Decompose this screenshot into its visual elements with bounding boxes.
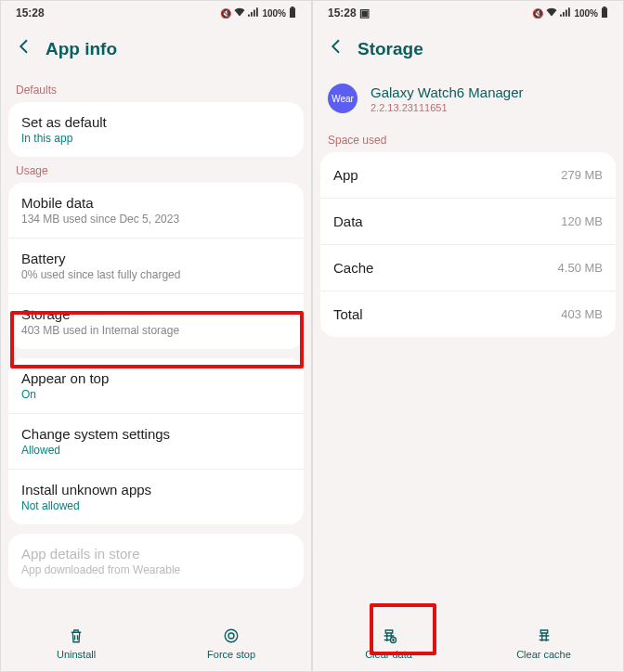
app-name: Galaxy Watch6 Manager (370, 84, 524, 100)
wifi-icon (234, 7, 245, 19)
signal-icon (248, 7, 259, 19)
row-total-size: Total 403 MB (320, 291, 616, 337)
bottom-bar: Clear data Clear cache (313, 615, 623, 671)
svg-point-1 (228, 633, 234, 639)
card-permissions: Appear on top On Change system settings … (8, 358, 304, 524)
battery-icon (601, 6, 608, 19)
app-row: Wear Galaxy Watch6 Manager 2.2.13.231116… (313, 76, 623, 126)
clear-data-icon (381, 627, 397, 646)
page-title: App info (46, 39, 117, 59)
row-mobile-data[interactable]: Mobile data 134 MB used since Dec 5, 202… (8, 183, 304, 238)
row-title: App details in store (21, 546, 291, 562)
clear-cache-button[interactable]: Clear cache (516, 627, 571, 660)
row-sub: Allowed (21, 444, 291, 457)
kv-label: Data (333, 213, 363, 229)
card-usage: Mobile data 134 MB used since Dec 5, 202… (8, 183, 304, 349)
status-time: 15:28 (16, 6, 45, 19)
uninstall-button[interactable]: Uninstall (57, 627, 96, 660)
row-title: Storage (21, 306, 291, 322)
status-time: 15:28 ▣ (328, 6, 370, 19)
screen-storage: 15:28 ▣ 🔇 100% Storage Wear Galaxy Watch… (312, 0, 624, 672)
svg-point-0 (225, 629, 238, 642)
status-icons: 🔇 100% (220, 6, 296, 19)
page-header: App info (1, 25, 311, 76)
row-title: Install unknown apps (21, 482, 291, 498)
bottom-label: Uninstall (57, 649, 96, 660)
mute-icon: 🔇 (220, 8, 231, 19)
page-title: Storage (358, 39, 423, 59)
row-sub: Not allowed (21, 499, 291, 512)
kv-value: 279 MB (561, 168, 603, 182)
bottom-bar: Uninstall Force stop (1, 615, 311, 671)
clear-data-button[interactable]: Clear data (365, 627, 412, 660)
row-data-size: Data 120 MB (320, 198, 616, 244)
app-icon: Wear (328, 84, 358, 113)
row-sub: On (21, 388, 291, 401)
page-header: Storage (313, 25, 623, 76)
row-storage[interactable]: Storage 403 MB used in Internal storage (8, 293, 304, 349)
section-space-used: Space used (313, 126, 623, 152)
row-title: Set as default (21, 114, 291, 130)
row-title: Battery (21, 251, 291, 266)
kv-value: 4.50 MB (558, 261, 603, 275)
app-version: 2.2.13.23111651 (370, 102, 524, 113)
kv-label: Total (333, 306, 363, 322)
row-title: Change system settings (21, 426, 291, 442)
status-bar: 15:28 🔇 100% (1, 1, 311, 25)
row-sub: In this app (21, 132, 291, 145)
row-sub: 403 MB used in Internal storage (21, 324, 291, 337)
signal-icon (560, 7, 571, 19)
row-sub: 134 MB used since Dec 5, 2023 (21, 213, 291, 226)
back-icon[interactable] (328, 38, 344, 59)
bottom-label: Force stop (207, 649, 255, 660)
screen-app-info: 15:28 🔇 100% App info Defaults Set as de… (0, 0, 312, 672)
kv-label: Cache (333, 260, 373, 276)
row-sub: App downloaded from Wearable (21, 563, 291, 576)
force-stop-button[interactable]: Force stop (207, 627, 255, 660)
trash-icon (68, 627, 84, 646)
row-title: Appear on top (21, 370, 291, 386)
kv-value: 120 MB (561, 214, 603, 228)
mute-icon: 🔇 (532, 8, 543, 19)
section-usage: Usage (1, 157, 311, 183)
row-app-size: App 279 MB (320, 152, 616, 198)
bottom-label: Clear data (365, 649, 412, 660)
card-space: App 279 MB Data 120 MB Cache 4.50 MB Tot… (320, 152, 616, 337)
card-store: App details in store App downloaded from… (8, 534, 304, 588)
row-set-default[interactable]: Set as default In this app (8, 102, 304, 157)
row-install-unknown[interactable]: Install unknown apps Not allowed (8, 469, 304, 524)
row-sub: 0% used since last fully charged (21, 268, 291, 281)
card-defaults: Set as default In this app (8, 102, 304, 157)
battery-text: 100% (574, 8, 598, 19)
battery-text: 100% (262, 8, 286, 19)
back-icon[interactable] (16, 38, 32, 59)
stop-icon (223, 627, 240, 646)
wifi-icon (546, 7, 557, 19)
section-defaults: Defaults (1, 76, 311, 102)
kv-value: 403 MB (561, 307, 603, 321)
clear-cache-icon (536, 627, 552, 646)
bottom-label: Clear cache (516, 649, 571, 660)
kv-label: App (333, 167, 358, 183)
row-app-details: App details in store App downloaded from… (8, 534, 304, 588)
screenshot-icon: ▣ (359, 6, 370, 19)
status-icons: 🔇 100% (532, 6, 608, 19)
row-appear-on-top[interactable]: Appear on top On (8, 358, 304, 413)
row-title: Mobile data (21, 195, 291, 211)
row-battery[interactable]: Battery 0% used since last fully charged (8, 238, 304, 293)
battery-icon (289, 6, 296, 19)
row-change-settings[interactable]: Change system settings Allowed (8, 413, 304, 469)
row-cache-size: Cache 4.50 MB (320, 244, 616, 291)
status-bar: 15:28 ▣ 🔇 100% (313, 1, 623, 25)
